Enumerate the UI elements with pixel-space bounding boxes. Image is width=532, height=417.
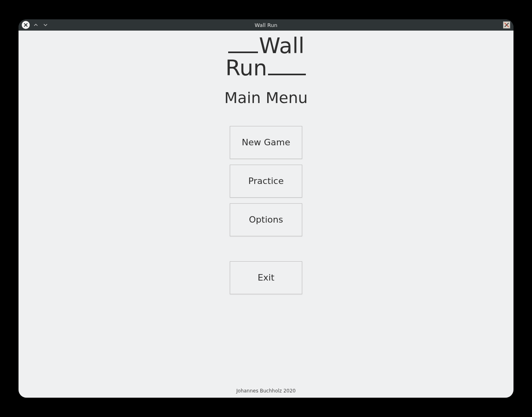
close-icon: [23, 23, 28, 27]
new-game-button[interactable]: New Game: [230, 126, 302, 159]
logo-text-2: Run: [225, 56, 267, 80]
logo-underline-right: [268, 67, 306, 76]
options-button[interactable]: Options: [230, 203, 302, 236]
logo-text-1: Wall: [259, 34, 304, 58]
window-up-button[interactable]: [32, 21, 39, 29]
window-down-button[interactable]: [42, 21, 49, 29]
menu-title: Main Menu: [224, 89, 307, 107]
titlebar-right: [503, 21, 510, 29]
logo-underline-left: [228, 44, 258, 53]
game-content: Wall Run Main Menu New Game Practice Opt…: [19, 31, 513, 398]
titlebar: Wall Run: [19, 19, 513, 31]
logo-line-1: Wall: [227, 34, 304, 58]
exit-button[interactable]: Exit: [230, 261, 302, 294]
game-logo: Wall Run: [225, 34, 307, 80]
chevron-down-icon: [43, 23, 48, 27]
menu-buttons: New Game Practice Options Exit: [230, 126, 302, 294]
window-title: Wall Run: [255, 22, 277, 28]
vnc-close-button[interactable]: [503, 21, 510, 29]
footer-credit: Johannes Buchholz 2020: [236, 388, 295, 394]
window-frame: Wall Run Wall Run Main Menu: [19, 19, 513, 398]
titlebar-controls: [22, 21, 49, 29]
close-window-button[interactable]: [22, 21, 30, 29]
logo-line-2: Run: [225, 56, 307, 80]
chevron-up-icon: [33, 23, 38, 27]
practice-button[interactable]: Practice: [230, 165, 302, 198]
x-icon: [504, 22, 509, 28]
